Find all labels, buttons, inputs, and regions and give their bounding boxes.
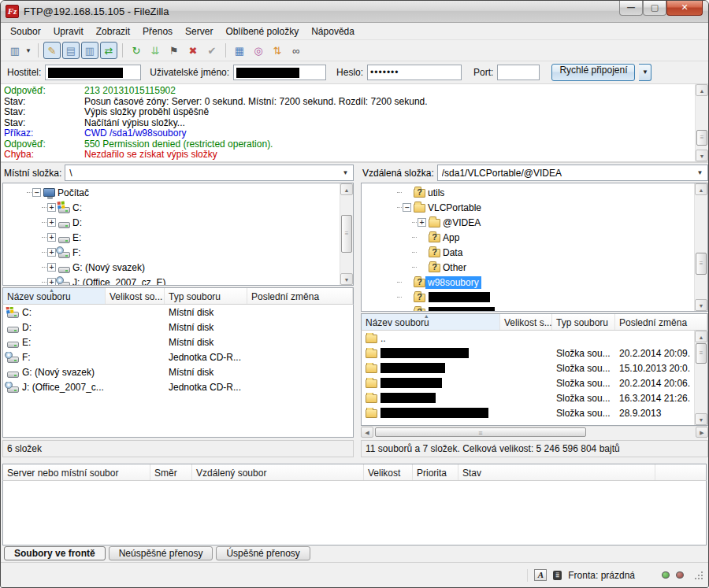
column-header-0[interactable]: Název souboru▲ xyxy=(362,314,500,330)
local-tree-scroll-thumb[interactable] xyxy=(341,215,352,253)
file-list-row[interactable]: Složka sou...15.10.2013 20:0. xyxy=(362,361,694,375)
file-list-row[interactable]: G: (Nový svazek)Místní disk xyxy=(3,364,353,379)
directory-filter-button[interactable]: ∞ xyxy=(288,42,305,59)
tree-item[interactable] xyxy=(362,290,692,305)
log-scroll-thumb[interactable] xyxy=(696,130,707,146)
tree-item[interactable]: +G: (Nový svazek) xyxy=(3,260,337,275)
local-tree-scrollbar[interactable]: ▲ ▼ xyxy=(340,183,353,285)
minimize-button[interactable]: — xyxy=(619,1,643,16)
menu-item-2[interactable]: Zobrazit xyxy=(90,24,136,39)
remote-tree-scroll-thumb[interactable] xyxy=(696,253,707,275)
tree-item[interactable]: −Počítač xyxy=(3,185,337,200)
tree-item[interactable]: utils xyxy=(362,185,692,200)
tree-item[interactable]: Other xyxy=(362,260,692,275)
file-list-row[interactable]: D:Místní disk xyxy=(3,320,353,335)
column-header-3[interactable]: Velikost xyxy=(364,464,413,480)
process-queue-button[interactable]: ⇊ xyxy=(147,42,164,59)
column-header-5[interactable]: Stav xyxy=(458,464,655,480)
scroll-down-icon[interactable]: ▼ xyxy=(695,299,707,311)
password-input[interactable]: ••••••• xyxy=(367,65,462,80)
tree-item[interactable]: +D: xyxy=(3,215,337,230)
expand-icon[interactable]: + xyxy=(47,233,56,242)
tree-item[interactable]: +J: (Office_2007_cz_E) xyxy=(3,275,337,286)
menu-item-0[interactable]: Soubor xyxy=(4,24,47,39)
scroll-down-icon[interactable]: ▼ xyxy=(696,150,708,161)
toggle-local-tree-button[interactable]: ▤ xyxy=(62,42,80,59)
tree-item[interactable]: App xyxy=(362,230,692,245)
directory-comparison-button[interactable]: ▦ xyxy=(231,42,248,59)
column-header-1[interactable]: Velikost s... xyxy=(500,314,552,330)
menu-item-5[interactable]: Oblíbené položky xyxy=(219,24,305,39)
tree-item[interactable]: +C: xyxy=(3,200,337,215)
tree-item[interactable]: +F: xyxy=(3,245,337,260)
collapse-icon[interactable]: − xyxy=(32,188,41,197)
tab-2[interactable]: Úspěšné přenosy xyxy=(216,546,310,560)
refresh-button[interactable]: ↻ xyxy=(128,42,145,59)
close-button[interactable]: ✕ xyxy=(666,1,703,16)
chevron-down-icon[interactable]: ▼ xyxy=(340,169,351,176)
resize-grip[interactable] xyxy=(693,570,703,580)
column-header-2[interactable]: Typ souboru xyxy=(552,314,615,330)
menu-item-3[interactable]: Přenos xyxy=(136,24,179,39)
scroll-up-icon[interactable]: ▲ xyxy=(695,183,707,195)
scroll-up-icon[interactable]: ▲ xyxy=(340,183,353,195)
maximize-button[interactable]: ▢ xyxy=(643,1,666,16)
file-list-row[interactable]: E:Místní disk xyxy=(3,335,353,349)
username-input[interactable] xyxy=(233,65,326,80)
remote-tree-scrollbar[interactable]: ▲ ▼ xyxy=(694,183,707,311)
port-input[interactable] xyxy=(497,65,540,80)
chevron-down-icon[interactable]: ▼ xyxy=(694,169,706,176)
disconnect-button[interactable]: ✖ xyxy=(184,42,202,59)
tree-item[interactable]: +@VIDEA xyxy=(362,215,692,230)
expand-icon[interactable]: + xyxy=(418,218,426,227)
tree-item[interactable]: Data xyxy=(362,245,692,260)
column-header-0[interactable]: Server nebo místní soubor xyxy=(3,464,150,480)
remote-list-hscrollbar[interactable]: ◀ ≡ ▶ xyxy=(361,426,708,438)
column-header-0[interactable]: Název souboru▲ xyxy=(3,288,106,304)
scroll-up-icon[interactable]: ▲ xyxy=(695,331,707,342)
column-header-3[interactable]: Poslední změna xyxy=(247,288,353,304)
tree-item[interactable]: −VLCPortable xyxy=(362,200,692,215)
file-list-row[interactable]: .. xyxy=(362,331,694,346)
local-folder-combobox[interactable]: \ ▼ xyxy=(65,165,354,181)
tab-1[interactable]: Neúspěšné přenosy xyxy=(109,546,213,560)
expand-icon[interactable]: + xyxy=(47,248,56,257)
scroll-down-icon[interactable]: ▼ xyxy=(340,273,353,285)
find-files-button[interactable]: ◎ xyxy=(250,42,267,59)
scroll-up-icon[interactable]: ▲ xyxy=(696,84,708,96)
remote-list-hscroll-thumb[interactable]: ≡ xyxy=(375,427,586,437)
toggle-remote-tree-button[interactable]: ▥ xyxy=(81,42,98,59)
column-header-3[interactable]: Poslední změna xyxy=(615,314,707,330)
column-header-1[interactable]: Směr xyxy=(150,464,192,480)
menu-item-6[interactable]: Nápověda xyxy=(305,24,361,39)
expand-icon[interactable]: + xyxy=(47,218,56,227)
tab-0[interactable]: Soubory ve frontě xyxy=(4,546,106,560)
menu-item-4[interactable]: Server xyxy=(179,24,219,39)
quickconnect-button[interactable]: Rychlé připojení xyxy=(551,64,635,81)
speed-limit-icon[interactable]: ≣ xyxy=(553,571,562,580)
remote-folder-combobox[interactable]: /sda1/VLCPortable/@VIDEA ▼ xyxy=(437,165,708,181)
synchronized-browsing-button[interactable]: ⇅ xyxy=(269,42,286,59)
reconnect-button[interactable]: ✔ xyxy=(203,42,221,59)
site-manager-button[interactable]: ▥ xyxy=(6,42,24,59)
log-scrollbar[interactable]: ▲ ▼ xyxy=(695,84,708,161)
column-header-2[interactable]: Typ souboru xyxy=(165,288,247,304)
file-list-row[interactable]: F:Jednotka CD-R... xyxy=(3,349,353,364)
scroll-right-icon[interactable]: ▶ xyxy=(696,427,708,438)
column-header-2[interactable]: Vzdálený soubor xyxy=(192,464,364,480)
menu-item-1[interactable]: Upravit xyxy=(47,24,90,39)
collapse-icon[interactable]: − xyxy=(403,203,411,212)
tree-item[interactable] xyxy=(362,305,692,312)
expand-icon[interactable]: + xyxy=(47,203,56,212)
toggle-message-log-button[interactable]: ✎ xyxy=(43,42,61,59)
file-list-row[interactable]: Složka sou...16.3.2014 21:26. xyxy=(362,390,694,405)
expand-icon[interactable]: + xyxy=(47,278,56,286)
tree-item[interactable]: +E: xyxy=(3,230,337,245)
scroll-down-icon[interactable]: ▼ xyxy=(695,413,707,425)
host-input[interactable] xyxy=(45,65,141,80)
column-header-4[interactable]: Priorita xyxy=(413,464,458,480)
scroll-left-icon[interactable]: ◀ xyxy=(361,427,373,438)
quickconnect-dropdown-button[interactable]: ▼ xyxy=(639,64,651,81)
file-list-row[interactable]: Složka sou...28.9.2013 xyxy=(362,405,694,420)
file-list-row[interactable]: C:Místní disk xyxy=(3,305,353,320)
